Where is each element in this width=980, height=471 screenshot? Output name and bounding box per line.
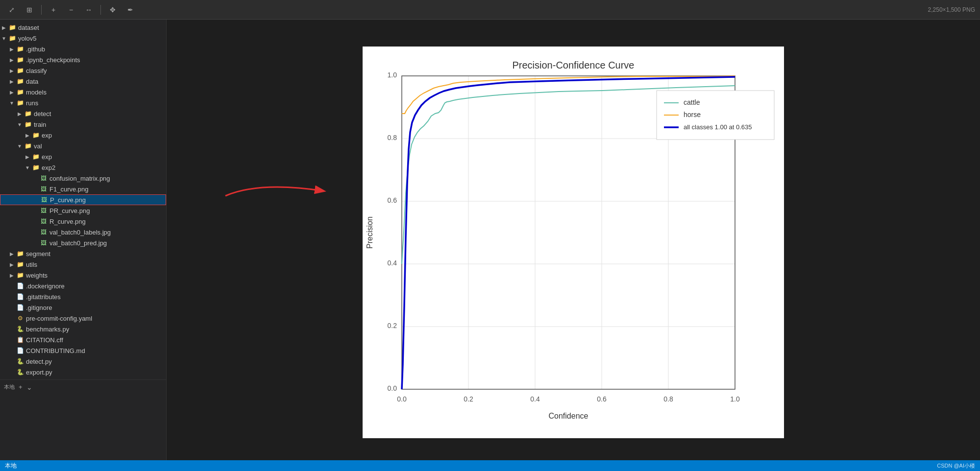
tree-item-f1_curve[interactable]: 🖼F1_curve.png	[0, 184, 166, 194]
svg-text:0.2: 0.2	[464, 395, 473, 403]
tree-label: confusion_matrix.png	[49, 175, 110, 182]
expand-button[interactable]: ⤢	[5, 3, 19, 17]
zoom-out-button[interactable]: −	[64, 3, 78, 17]
folder-icon: 📁	[16, 56, 24, 63]
generic-icon: 📄	[16, 304, 24, 311]
svg-text:0.6: 0.6	[597, 395, 607, 403]
tree-item-gitignore[interactable]: 📄.gitignore	[0, 302, 166, 313]
tree-label: runs	[26, 99, 38, 107]
tree-label: classify	[26, 67, 47, 74]
svg-text:0.6: 0.6	[388, 196, 397, 204]
py-icon: 🐍	[16, 358, 24, 365]
tree-label: utils	[26, 261, 37, 268]
tree-item-val_batch0_labels[interactable]: 🖼val_batch0_labels.jpg	[0, 227, 166, 237]
tree-item-detect-py[interactable]: 🐍detect.py	[0, 356, 166, 367]
tree-label: P_curve.png	[50, 196, 86, 204]
sidebar: ▶📁dataset▼📁yolov5▶📁.github▶📁.ipynb_check…	[0, 20, 167, 460]
tree-item-detect[interactable]: ▶📁detect	[0, 108, 166, 119]
png-icon: 🖼	[39, 186, 48, 192]
tree-item-gitattributes[interactable]: 📄.gitattributes	[0, 291, 166, 302]
zoom-in-button[interactable]: +	[47, 3, 60, 17]
tree-arrow: ▼	[16, 122, 24, 127]
tree-item-contributing[interactable]: 📄CONTRIBUTING.md	[0, 345, 166, 356]
tree-item-segment[interactable]: ▶📁segment	[0, 248, 166, 259]
tree-item-benchmarks[interactable]: 🐍benchmarks.py	[0, 324, 166, 334]
tree-item-exp[interactable]: ▶📁exp	[0, 130, 166, 141]
svg-text:0.0: 0.0	[397, 395, 407, 403]
bottom-label: 本地	[4, 383, 15, 391]
tree-item-confusion_matrix[interactable]: 🖼confusion_matrix.png	[0, 173, 166, 184]
tree-arrow: ▶	[16, 111, 24, 117]
tree-item-pre-commit[interactable]: ⚙pre-commit-config.yaml	[0, 313, 166, 324]
generic-icon: 📄	[16, 293, 24, 300]
tree-item-r_curve[interactable]: 🖼R_curve.png	[0, 216, 166, 227]
tree-item-pr_curve[interactable]: 🖼PR_curve.png	[0, 205, 166, 216]
tree-label: val_batch0_labels.jpg	[49, 229, 111, 236]
svg-text:Confidence: Confidence	[549, 412, 588, 420]
svg-text:cattle: cattle	[684, 98, 700, 106]
tree-item-export-py[interactable]: 🐍export.py	[0, 367, 166, 377]
tree-item-dataset[interactable]: ▶📁dataset	[0, 22, 166, 33]
tree-item-github[interactable]: ▶📁.github	[0, 44, 166, 54]
tree-label: val	[34, 142, 42, 150]
tree-label: export.py	[26, 369, 52, 376]
grid-button[interactable]: ⊞	[23, 3, 36, 17]
folder-icon: 📁	[24, 110, 32, 117]
folder-icon: 📁	[16, 89, 24, 95]
folder-icon: 📁	[31, 164, 40, 171]
main-content: ▶📁dataset▼📁yolov5▶📁.github▶📁.ipynb_check…	[0, 20, 980, 460]
pan-button[interactable]: ✥	[106, 3, 120, 17]
svg-text:horse: horse	[684, 111, 701, 118]
tree-item-p_curve[interactable]: 🖼P_curve.png	[0, 194, 166, 205]
tree-label: .ipynb_checkpoints	[26, 56, 80, 64]
status-bar: 本地 CSDN @AI小楼	[0, 460, 980, 471]
tree-item-dockerignore[interactable]: 📄.dockerignore	[0, 281, 166, 291]
tree-arrow: ▶	[8, 251, 16, 257]
eyedropper-button[interactable]: ✒	[123, 3, 137, 17]
svg-text:0.0: 0.0	[388, 384, 397, 392]
folder-icon: 📁	[24, 121, 32, 128]
svg-text:1.0: 1.0	[730, 395, 740, 403]
tree-item-citation[interactable]: 📋CITATION.cff	[0, 334, 166, 345]
tree-item-models[interactable]: ▶📁models	[0, 87, 166, 97]
tree-arrow: ▼	[24, 165, 31, 170]
tree-item-utils[interactable]: ▶📁utils	[0, 259, 166, 270]
tree-label: exp	[42, 153, 52, 161]
tree-item-val[interactable]: ▼📁val	[0, 141, 166, 151]
folder-icon: 📁	[8, 35, 17, 42]
svg-text:Precision: Precision	[366, 216, 374, 249]
sidebar-bottom-bar: 本地 + ⌄	[0, 379, 166, 394]
tree-arrow: ▼	[8, 100, 16, 106]
svg-text:0.8: 0.8	[388, 134, 397, 141]
tree-item-classify[interactable]: ▶📁classify	[0, 65, 166, 76]
tree-label: CONTRIBUTING.md	[26, 347, 85, 354]
chart-container: Precision-Confidence Curve	[363, 47, 784, 438]
png-icon: 🖼	[39, 175, 48, 182]
tree-item-ipynb[interactable]: ▶📁.ipynb_checkpoints	[0, 54, 166, 65]
folder-icon: 📁	[31, 132, 40, 139]
tree-arrow: ▼	[0, 36, 8, 41]
tree-arrow: ▶	[8, 57, 16, 63]
tree-arrow: ▶	[8, 68, 16, 73]
tree-item-weights[interactable]: ▶📁weights	[0, 270, 166, 281]
md-icon: 📄	[16, 347, 24, 354]
tree-label: benchmarks.py	[26, 326, 69, 333]
fit-button[interactable]: ↔	[82, 3, 96, 17]
svg-text:0.8: 0.8	[663, 395, 673, 403]
tree-label: data	[26, 78, 38, 85]
tree-label: .dockerignore	[26, 283, 65, 290]
folder-icon: 📁	[16, 99, 24, 106]
tree-item-yolov5[interactable]: ▼📁yolov5	[0, 33, 166, 44]
tree-arrow: ▶	[8, 262, 16, 267]
tree-item-val-exp[interactable]: ▶📁exp	[0, 151, 166, 162]
svg-text:0.4: 0.4	[388, 259, 397, 267]
tree-item-exp2[interactable]: ▼📁exp2	[0, 162, 166, 173]
tree-item-runs[interactable]: ▼📁runs	[0, 97, 166, 108]
tree-label: dataset	[18, 24, 39, 31]
tree-item-data[interactable]: ▶📁data	[0, 76, 166, 87]
tree-label: pre-commit-config.yaml	[26, 315, 92, 322]
tree-item-train[interactable]: ▼📁train	[0, 119, 166, 130]
tree-item-val_batch0_pred[interactable]: 🖼val_batch0_pred.jpg	[0, 237, 166, 248]
cff-icon: 📋	[16, 336, 24, 343]
folder-icon: 📁	[16, 67, 24, 74]
